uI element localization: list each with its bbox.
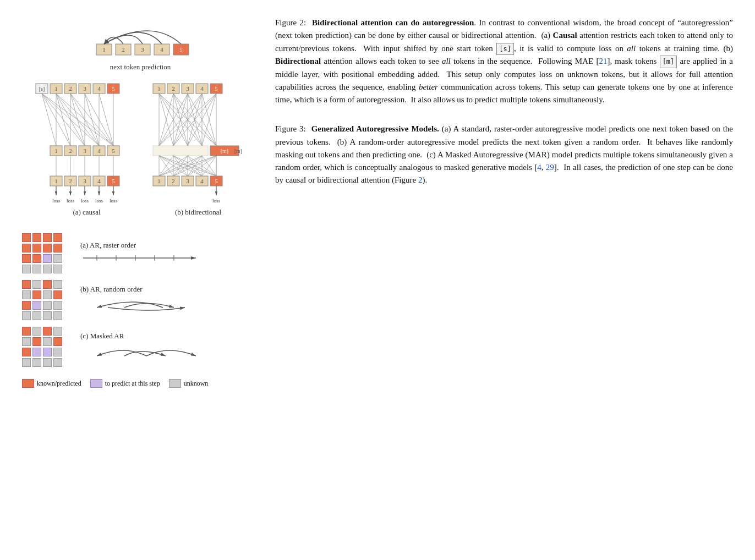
grid-cell (32, 358, 41, 367)
svg-line-38 (85, 94, 99, 146)
fig3-grid-c (22, 327, 72, 367)
svg-text:2: 2 (69, 147, 72, 154)
grid-cell (43, 311, 52, 320)
svg-text:5: 5 (112, 147, 115, 154)
fig3-row-c: (c) Masked AR (22, 327, 259, 367)
fig3-grid-b (22, 280, 72, 320)
grid-cell (32, 290, 41, 299)
grid-cell (53, 233, 62, 242)
legend-unknown-box (169, 379, 181, 388)
grid-cell (43, 244, 52, 252)
grid-cell (53, 290, 62, 299)
grid-cell (43, 290, 52, 299)
svg-text:3: 3 (83, 85, 86, 92)
svg-text:3: 3 (83, 147, 86, 154)
fig3-arrows-c: (c) Masked AR (80, 332, 259, 363)
grid-cell (32, 254, 41, 263)
bidir-svg: 1 2 3 4 5 (150, 83, 247, 204)
fig3-arrows-a: (a) AR, raster order (80, 241, 259, 266)
fig3-grid-a (22, 233, 72, 273)
legend-known-box (22, 379, 34, 388)
fig3-label: Figure 3: (275, 124, 306, 133)
legend-predict-box (90, 379, 102, 388)
ntp-top-diagram: 1 2 3 4 5 next token prediction (85, 17, 195, 72)
legend-predict-label: to predict at this step (105, 380, 160, 388)
svg-text:loss: loss (212, 198, 220, 204)
grid-cell (22, 265, 31, 273)
svg-text:[m]: [m] (220, 148, 228, 154)
fig2-title: Bidirectional attention can do autoregre… (312, 18, 474, 27)
svg-rect-116 (153, 146, 208, 156)
svg-text:5: 5 (112, 178, 115, 184)
grid-cell (43, 301, 52, 310)
svg-line-34 (70, 94, 85, 146)
fig3-title: Generalized Autoregressive Models. (311, 124, 439, 133)
legend-unknown: unknown (169, 379, 209, 388)
fig3-label-a: (a) AR, raster order (80, 241, 259, 250)
svg-line-29 (56, 94, 70, 146)
grid-cell (32, 244, 41, 252)
attention-diagrams: [s] 1 2 3 4 5 (35, 83, 247, 217)
grid-cell (32, 327, 41, 336)
fig3-legend: known/predicted to predict at this step … (22, 379, 259, 388)
grid-cell (22, 348, 31, 356)
page-layout: 1 2 3 4 5 next token prediction (22, 17, 733, 388)
svg-text:1: 1 (157, 178, 161, 184)
legend-known: known/predicted (22, 379, 81, 388)
svg-text:4: 4 (97, 147, 101, 154)
svg-text:1: 1 (54, 147, 58, 154)
causal-label: (a) causal (73, 208, 100, 217)
grid-cell (53, 337, 62, 346)
legend-predict: to predict at this step (90, 379, 160, 388)
grid-cell (32, 280, 41, 289)
bidir-section: 1 2 3 4 5 (150, 83, 247, 217)
grid-cell (22, 311, 31, 320)
svg-text:loss: loss (80, 198, 89, 204)
svg-text:3: 3 (186, 85, 189, 92)
grid-cell (53, 327, 62, 336)
svg-text:loss: loss (66, 198, 74, 204)
svg-text:1: 1 (54, 178, 58, 184)
grid-cell (22, 233, 31, 242)
grid-cell (53, 280, 62, 289)
grid-cell (32, 233, 41, 242)
svg-text:4: 4 (97, 85, 101, 92)
left-column: 1 2 3 4 5 next token prediction (22, 17, 259, 388)
fig3-arrow-svg-b (80, 294, 201, 316)
svg-text:[s]: [s] (39, 86, 45, 92)
fig3-row-a: (a) AR, raster order (22, 233, 259, 273)
ref-29: 29 (546, 163, 554, 172)
grid-cell (32, 301, 41, 310)
grid-cell (32, 337, 41, 346)
ntp-label: next token prediction (110, 63, 171, 72)
fig3-arrows-b: (b) AR, random order (80, 285, 259, 316)
fig3-arrow-svg-a (80, 250, 201, 266)
svg-text:4: 4 (200, 85, 204, 92)
grid-cell (53, 254, 62, 263)
ref-4: 4 (537, 163, 541, 172)
grid-cell (53, 301, 62, 310)
grid-cell (53, 244, 62, 252)
svg-text:5: 5 (215, 178, 218, 184)
svg-text:2: 2 (122, 46, 125, 53)
ref-fig2: 2 (418, 175, 423, 184)
svg-text:2: 2 (69, 178, 72, 184)
svg-text:3: 3 (141, 46, 144, 53)
grid-cell (22, 290, 31, 299)
svg-text:3: 3 (186, 178, 189, 184)
svg-text:loss: loss (52, 198, 60, 204)
svg-text:5: 5 (215, 85, 218, 92)
grid-cell (22, 327, 31, 336)
svg-text:2: 2 (69, 85, 72, 92)
svg-text:3: 3 (83, 178, 86, 184)
grid-cell (53, 265, 62, 273)
grid-cell (43, 265, 52, 273)
fig3-label-b: (b) AR, random order (80, 285, 259, 294)
grid-cell (32, 311, 41, 320)
grid-cell (22, 301, 31, 310)
token-s: [s] (496, 43, 514, 56)
grid-cell (22, 244, 31, 252)
svg-text:1: 1 (54, 85, 58, 92)
fig3-label-c: (c) Masked AR (80, 332, 259, 341)
svg-text:[m]: [m] (234, 148, 242, 154)
